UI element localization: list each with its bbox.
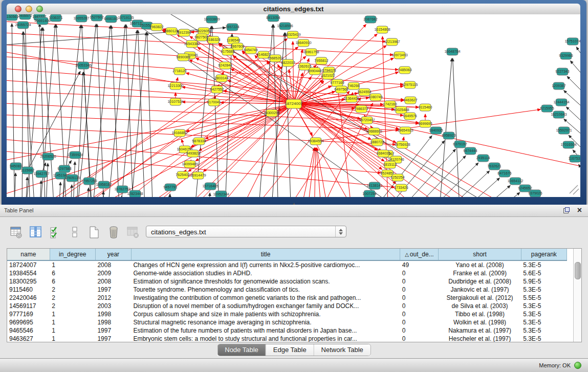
column-header-short[interactable]: short [439,249,521,260]
graph-node-19218596[interactable]: 19218596 [277,23,293,30]
graph-node-16961758[interactable]: 16961758 [303,49,319,56]
column-header-title[interactable]: title [131,249,400,260]
graph-node-7986372[interactable]: 7986372 [354,105,368,113]
table-row[interactable]: 1830029562008Estimation of significance … [7,277,567,286]
graph-node-945081[interactable]: 945081 [10,163,21,170]
graph-node-1880723[interactable]: 1880723 [370,139,384,146]
graph-node-8958923[interactable]: 8958923 [442,132,455,139]
graph-node-9890089[interactable]: 9890089 [176,54,190,61]
graph-node-21364436[interactable]: 21364436 [343,95,359,102]
graph-node-1742160[interactable]: 1742160 [383,101,397,108]
graph-node-9474444[interactable]: 9474444 [463,147,477,155]
graph-node-12975115[interactable]: 12975115 [402,81,418,89]
tab-network-table[interactable]: Network Table [314,344,371,356]
graph-node-18325419[interactable]: 18325419 [285,31,300,38]
graph-node-7485063[interactable]: 7485063 [398,67,411,74]
graph-node-17359924[interactable]: 17359924 [67,151,83,159]
graph-node-18724007[interactable]: 18724007 [285,99,303,108]
table-selector-dropdown[interactable]: citations_edges.txt [146,226,346,237]
graph-node-8427552[interactable]: 8427552 [210,86,224,93]
graph-node-16154808[interactable]: 16154808 [374,26,390,33]
table-scrollbar-thumb[interactable] [575,262,581,279]
graph-node-16543382[interactable]: 16543382 [184,40,200,48]
graph-node-19384554[interactable]: 19384554 [308,138,323,145]
select-rows-icon[interactable] [48,226,62,239]
graph-node-10655287[interactable]: 10655287 [73,15,89,22]
float-panel-icon[interactable] [563,207,570,213]
delete-icon[interactable] [106,226,120,239]
table-row[interactable]: 1456911722003Disruption of a novel membe… [7,302,567,310]
graph-node-10107534[interactable]: 10107534 [167,98,183,105]
graph-node-16914479[interactable]: 16914479 [190,172,206,179]
graph-node-19756928[interactable]: 19756928 [394,141,410,148]
graph-node-8215955[interactable]: 8215955 [540,105,554,112]
graph-node-9379026[interactable]: 9379026 [528,190,542,197]
graph-node-12444154[interactable]: 12444154 [553,99,569,106]
graph-node-3624554[interactable]: 3624554 [357,89,371,96]
graph-node-8990448[interactable]: 8990448 [308,68,321,75]
column-header-in_degree[interactable]: in_degree [50,249,95,260]
graph-node-12213967[interactable]: 12213967 [384,38,400,46]
graph-node-1527602[interactable]: 1527602 [90,14,103,21]
close-panel-icon[interactable]: × [577,205,582,215]
table-row[interactable]: 946554611997Estimation of the future num… [7,326,567,335]
window-titlebar[interactable]: citations_edges.txt [7,4,580,15]
graph-node-1815112[interactable]: 1815112 [383,161,397,168]
graph-node-7632621[interactable]: 7632621 [487,163,501,170]
table-row[interactable]: 1938455462009Genome-wide association stu… [7,269,567,277]
graph-node-7857224[interactable]: 7857224 [225,24,239,31]
graph-node-19654923[interactable]: 19654923 [397,127,413,134]
graph-node-3493822[interactable]: 3493822 [186,150,200,157]
graph-node-9227343[interactable]: 9227343 [555,68,569,75]
canvas-resize-grip[interactable] [570,185,579,194]
graph-node-5878334[interactable]: 5878334 [192,138,206,145]
graph-node-9115460[interactable]: 9115460 [419,104,432,111]
graph-node-15751074[interactable]: 15751074 [564,38,580,45]
graph-node-9175685[interactable]: 9175685 [221,48,234,55]
graph-node-16958187[interactable]: 16958187 [96,181,112,188]
graph-node-13942757[interactable]: 13942757 [33,170,49,178]
graph-node-1150561[interactable]: 1150561 [7,14,18,20]
graph-node-1252254[interactable]: 1252254 [390,174,404,181]
table-row[interactable]: 1872400712008Changes of HCN gene express… [7,260,567,269]
graph-node-10719135[interactable]: 10719135 [118,14,134,21]
network-canvas[interactable]: 1150561240557219433272405572420691406103… [7,14,580,197]
show-column-icon[interactable] [29,226,42,239]
column-header-out_de[interactable]: △out_de... [400,249,439,260]
graph-node-2803144[interactable]: 2803144 [214,75,228,82]
graph-node-14138141[interactable]: 14138141 [366,182,382,189]
delete-table-icon[interactable] [126,226,140,239]
graph-node-8822037[interactable]: 8822037 [281,59,295,67]
column-header-year[interactable]: year [95,249,131,260]
new-document-icon[interactable] [87,226,101,239]
graph-node-9860128[interactable]: 9860128 [164,28,178,35]
graph-node-1115682[interactable]: 1115682 [21,167,34,174]
graph-node-16210643[interactable]: 16210643 [551,111,567,118]
graph-node-1007254[interactable]: 1007254 [362,190,376,197]
graph-node-14099489[interactable]: 14099489 [182,161,198,168]
graph-node-12505135[interactable]: 12505135 [64,174,80,182]
graph-node-1167533[interactable]: 1167533 [569,155,580,162]
table-row[interactable]: 969969511998Structural magnetic resonanc… [7,318,567,326]
graph-node-1733426[interactable]: 1733426 [394,184,408,191]
graph-node-9297588[interactable]: 9297588 [57,165,71,172]
graph-node-8471676[interactable]: 8471676 [497,170,511,177]
tab-node-table[interactable]: Node Table [217,344,266,356]
table-row[interactable]: 946362711997Embryonic stem cells: a mode… [7,335,567,342]
graph-node-9242844[interactable]: 9242844 [218,62,232,69]
graph-node-2087682[interactable]: 2087682 [363,16,377,23]
graph-node-10973493[interactable]: 10973493 [391,52,407,59]
graph-node-12213300[interactable]: 12213300 [167,82,183,90]
graph-node-9699695[interactable]: 9699695 [418,120,432,127]
table-row[interactable]: 2242004622012Investigating the contribut… [7,294,567,302]
graph-node-746266[interactable]: 746266 [347,82,359,90]
graph-node-10952344[interactable]: 10952344 [213,191,229,197]
table-scrollbar[interactable] [573,249,581,342]
graph-node-7625402[interactable]: 7625402 [176,171,189,179]
graph-node-8813054[interactable]: 8813054 [266,14,280,21]
graph-node-9777169[interactable]: 9777169 [330,79,344,86]
graph-node-8912394[interactable]: 8912394 [177,29,191,36]
graph-node-1080749[interactable]: 1080749 [368,94,382,101]
graph-node-8186328[interactable]: 8186328 [206,36,220,43]
graph-node-17957253[interactable]: 17957253 [81,178,97,185]
